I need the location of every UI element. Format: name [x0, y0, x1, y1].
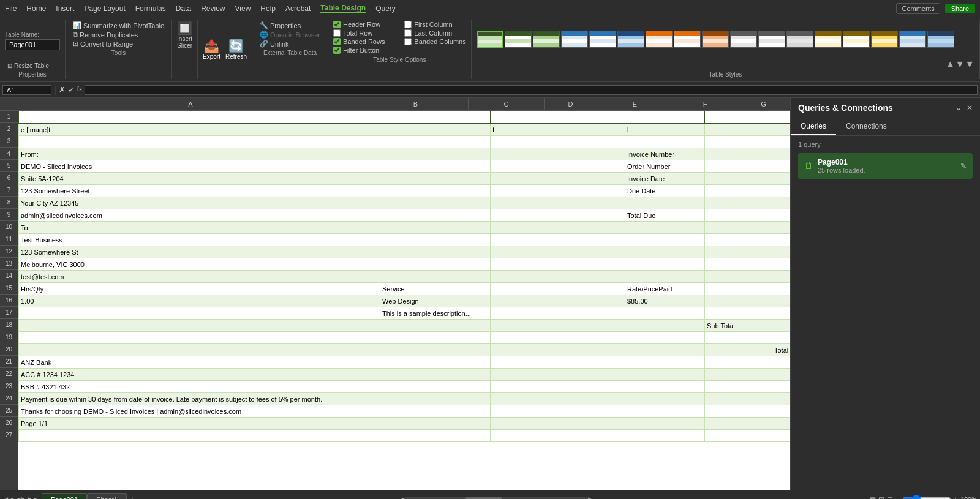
col-header-f[interactable]: F [673, 98, 737, 110]
cell-8-3[interactable] [570, 197, 625, 209]
styles-scroll-down[interactable]: ▼ [955, 59, 965, 70]
table-style-swatch-15[interactable] [871, 31, 898, 48]
row-num-18[interactable]: 18 [0, 319, 18, 331]
cell-10-2[interactable] [491, 222, 570, 234]
cell-5-3[interactable] [570, 160, 625, 173]
row-num-21[interactable]: 21 [0, 356, 18, 368]
add-sheet-button[interactable]: + [129, 494, 135, 500]
cell-23-6[interactable] [772, 381, 791, 393]
cell-16-5[interactable] [705, 295, 772, 307]
styles-more[interactable]: ▼ [965, 59, 974, 70]
cell-16-1[interactable]: Web Design [380, 295, 491, 307]
filter-button-checkbox[interactable] [333, 47, 341, 54]
cell-21-4[interactable] [625, 356, 705, 369]
cell-17-4[interactable] [625, 307, 705, 320]
cell-6-5[interactable] [705, 173, 772, 185]
cell-22-6[interactable] [772, 369, 791, 381]
cell-21-2[interactable] [491, 356, 570, 369]
table-style-swatch-9[interactable] [702, 31, 729, 48]
cell-1-3[interactable]: Column4 ▼ [570, 111, 625, 124]
cell-5-6[interactable] [772, 160, 791, 173]
resize-table-button[interactable]: ⊞ Resize Table [5, 62, 60, 70]
confirm-formula-icon[interactable]: ✓ [68, 85, 75, 94]
row-num-11[interactable]: 11 [0, 233, 18, 246]
cell-18-1[interactable] [380, 320, 491, 332]
row-num-15[interactable]: 15 [0, 282, 18, 295]
cell-11-1[interactable] [380, 234, 491, 246]
cell-6-6[interactable] [772, 173, 791, 185]
table-style-swatch-4[interactable] [561, 31, 588, 48]
menu-page-layout[interactable]: Page Layout [84, 4, 125, 13]
cell-4-5[interactable] [705, 148, 772, 160]
cell-19-4[interactable] [625, 332, 705, 344]
row-num-10[interactable]: 10 [0, 221, 18, 233]
cell-15-4[interactable]: Rate/PricePaid [625, 283, 705, 295]
cell-17-5[interactable] [705, 307, 772, 320]
cell-14-4[interactable] [625, 271, 705, 283]
table-style-swatch-17[interactable] [927, 31, 954, 48]
cell-5-5[interactable] [705, 160, 772, 173]
total-row-checkbox[interactable] [333, 29, 341, 37]
cell-22-0[interactable]: ACC # 1234 1234 [19, 369, 380, 381]
cell-7-3[interactable] [570, 185, 625, 197]
col-header-b[interactable]: B [363, 98, 469, 110]
cell-14-6[interactable] [772, 271, 791, 283]
cell-8-1[interactable] [380, 197, 491, 209]
cell-11-0[interactable]: Test Business [19, 234, 380, 246]
formula-input[interactable] [85, 85, 978, 95]
cell-13-4[interactable] [625, 258, 705, 271]
tab-connections[interactable]: Connections [836, 118, 897, 135]
row-num-6[interactable]: 6 [0, 172, 18, 184]
panel-close-icon[interactable]: ✕ [967, 103, 973, 112]
cell-9-0[interactable]: admin@slicedinvoices.com [19, 209, 380, 222]
query-edit-icon[interactable]: ✎ [960, 162, 967, 170]
cell-26-2[interactable] [491, 418, 570, 430]
cell-11-3[interactable] [570, 234, 625, 246]
row-num-27[interactable]: 27 [0, 429, 18, 441]
cell-2-6[interactable] [772, 124, 791, 136]
cell-21-6[interactable] [772, 356, 791, 369]
row-num-24[interactable]: 24 [0, 392, 18, 405]
cell-23-4[interactable] [625, 381, 705, 393]
row-num-25[interactable]: 25 [0, 405, 18, 417]
cell-3-5[interactable] [705, 136, 772, 148]
cell-19-2[interactable] [491, 332, 570, 344]
cell-4-4[interactable]: Invoice Number [625, 148, 705, 160]
cell-25-6[interactable] [772, 405, 791, 418]
cell-4-1[interactable] [380, 148, 491, 160]
cell-12-2[interactable] [491, 246, 570, 258]
row-num-5[interactable]: 5 [0, 160, 18, 172]
cell-10-3[interactable] [570, 222, 625, 234]
cell-7-4[interactable]: Due Date [625, 185, 705, 197]
row-num-9[interactable]: 9 [0, 209, 18, 221]
refresh-button[interactable]: 🔄 Refresh [225, 39, 247, 60]
cell-12-1[interactable] [380, 246, 491, 258]
cell-7-5[interactable] [705, 185, 772, 197]
cell-12-3[interactable] [570, 246, 625, 258]
cell-1-5[interactable]: Column6 ▼ [705, 111, 772, 124]
cell-6-0[interactable]: Suite 5A-1204 [19, 173, 380, 185]
tab-queries[interactable]: Queries [791, 118, 836, 135]
cell-17-0[interactable] [19, 307, 380, 320]
cell-14-0[interactable]: test@test.com [19, 271, 380, 283]
cell-4-0[interactable]: From: [19, 148, 380, 160]
cell-7-6[interactable] [772, 185, 791, 197]
table-style-swatch-1[interactable] [477, 31, 503, 48]
cell-9-4[interactable]: Total Due [625, 209, 705, 222]
banded-rows-option[interactable]: Banded Rows [333, 38, 394, 45]
cancel-formula-icon[interactable]: ✗ [59, 85, 66, 94]
row-num-3[interactable]: 3 [0, 135, 18, 148]
cell-13-6[interactable] [772, 258, 791, 271]
cell-18-6[interactable] [772, 320, 791, 332]
cell-5-4[interactable]: Order Number [625, 160, 705, 173]
cell-18-4[interactable] [625, 320, 705, 332]
row-num-1[interactable]: 1 [0, 111, 18, 123]
cell-5-1[interactable] [380, 160, 491, 173]
cell-24-0[interactable]: Payment is due within 30 days from date … [19, 393, 380, 405]
first-column-option[interactable]: First Column [404, 21, 466, 28]
table-style-swatch-3[interactable] [533, 31, 560, 48]
cell-1-0[interactable]: Column1 ▼ [19, 111, 380, 124]
cell-20-1[interactable] [380, 344, 491, 356]
normal-view-icon[interactable]: ▦ [869, 495, 876, 500]
cell-9-2[interactable] [491, 209, 570, 222]
